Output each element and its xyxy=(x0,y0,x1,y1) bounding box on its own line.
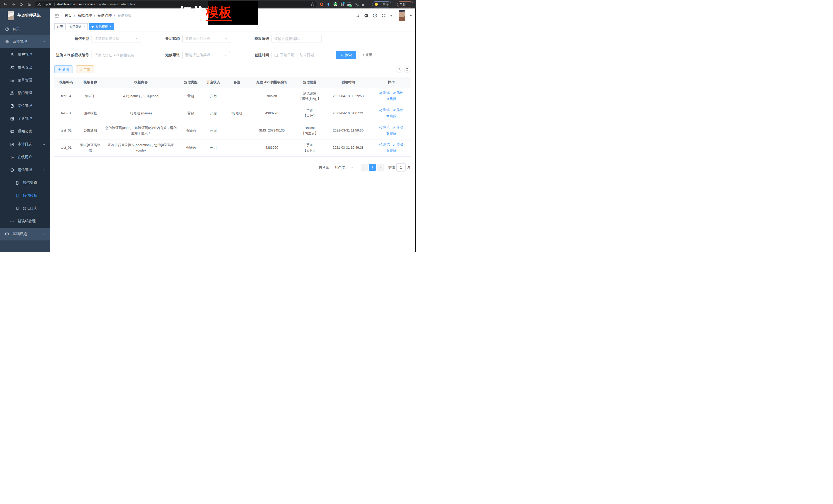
export-button[interactable]: 导出 xyxy=(76,65,94,73)
breadcrumb-sms[interactable]: 短信管理 xyxy=(97,13,117,18)
date-range-picker[interactable]: 开始日期 - 结束日期 xyxy=(271,51,333,59)
test-link[interactable]: 测试 xyxy=(379,107,390,113)
browser-menu-icon[interactable] xyxy=(407,2,411,6)
home-icon[interactable] xyxy=(27,2,31,6)
caret-down-icon[interactable] xyxy=(410,15,412,17)
forward-icon[interactable] xyxy=(11,2,16,6)
calendar-icon xyxy=(274,53,278,57)
github-icon[interactable] xyxy=(364,13,368,18)
sidebar-item-sms-channel[interactable]: 短信渠道 xyxy=(0,176,50,189)
ext-orange-ring-icon[interactable] xyxy=(320,3,323,6)
font-size-icon[interactable]: TT xyxy=(390,13,395,18)
breadcrumb: 首页 系统管理 短信管理 短信模板 xyxy=(65,13,136,18)
sidebar-item-error-code-mgmt[interactable]: </> 错误码管理 xyxy=(0,215,50,227)
sidebar-item-post-mgmt[interactable]: 岗位管理 xyxy=(0,99,50,112)
goto-page-input[interactable] xyxy=(396,163,406,171)
ext-paused-pill[interactable]: 已暂停 xyxy=(372,1,391,7)
sidebar-item-label: 短信管理 xyxy=(18,168,32,172)
browser-update-pill[interactable]: 更新 xyxy=(397,1,413,7)
template-code-input[interactable] xyxy=(271,34,322,43)
add-button[interactable]: 新增 xyxy=(54,65,73,73)
sidebar-item-sms-log[interactable]: 短信日志 xyxy=(0,202,50,215)
channel-select[interactable]: 请选择短信渠道 xyxy=(182,51,230,59)
sidebar-item-notice-mgmt[interactable]: 通知公告 xyxy=(0,125,50,138)
bookmark-star-icon[interactable] xyxy=(310,2,314,6)
api-template-id-input[interactable] xyxy=(92,51,141,59)
delete-link[interactable]: 删除 xyxy=(386,131,397,136)
tab-sms-template[interactable]: 短信模板 xyxy=(89,23,114,30)
current-page[interactable]: 1 xyxy=(369,164,376,171)
sidebar-item-online-users[interactable]: (A) 在线用户 xyxy=(0,151,50,164)
test-link[interactable]: 测试 xyxy=(379,142,390,147)
filter-row-1: 短信类型 请选择短信类型 开启状态 请选择开启状态 模板编码 xyxy=(54,34,410,43)
gauge-icon xyxy=(5,27,9,31)
search-icon[interactable] xyxy=(355,13,360,18)
trash-icon xyxy=(386,115,389,118)
ext-gem-icon[interactable] xyxy=(327,3,330,6)
download-icon xyxy=(79,68,82,71)
end-date-placeholder[interactable]: 结束日期 xyxy=(300,53,314,57)
test-link[interactable]: 测试 xyxy=(379,90,390,96)
sidebar-item-system-mgmt[interactable]: 系统管理 xyxy=(0,35,50,48)
ext-y-icon[interactable]: y xyxy=(334,2,337,6)
ext-user-search-icon[interactable] xyxy=(355,3,358,6)
security-label: 不安全 xyxy=(43,2,52,6)
status-select[interactable]: 请选择开启状态 xyxy=(182,34,230,43)
search-button[interactable]: 搜索 xyxy=(336,51,356,59)
test-link[interactable]: 测试 xyxy=(379,125,390,130)
sidebar-item-audit-log[interactable]: 审计日志 xyxy=(0,138,50,151)
edit-link[interactable]: 修改 xyxy=(393,107,403,113)
app-logo[interactable]: 芋道管理系统 xyxy=(0,8,50,23)
user-avatar[interactable] xyxy=(399,10,405,21)
tab-home[interactable]: 首页 xyxy=(54,23,66,30)
menu-tree-icon xyxy=(10,78,14,82)
sidebar-item-user-mgmt[interactable]: 用户管理 xyxy=(0,48,50,61)
security-chip[interactable]: 不安全 xyxy=(38,2,52,6)
sidebar-item-dept-mgmt[interactable]: 部门管理 xyxy=(0,87,50,99)
logo-avatar xyxy=(8,11,14,20)
chevron-down-icon xyxy=(224,54,227,56)
edit-link[interactable]: 修改 xyxy=(393,142,403,147)
share-icon xyxy=(379,126,382,129)
back-icon[interactable] xyxy=(3,2,7,6)
chevron-down-icon xyxy=(43,144,45,145)
sidebar-item-infrastructure[interactable]: 基础设施 xyxy=(0,227,50,240)
collapse-sidebar-icon[interactable] xyxy=(54,14,59,18)
refresh-button[interactable] xyxy=(404,66,410,73)
sidebar: 芋道管理系统 首页 系统管理 用户管理 角色管理 菜单管理 部门管理 岗位管理 xyxy=(0,8,50,252)
delete-link[interactable]: 删除 xyxy=(386,96,397,102)
next-page-button[interactable] xyxy=(377,164,384,171)
sidebar-item-sms-template[interactable]: 短信模板 xyxy=(0,189,50,202)
sidebar-item-role-mgmt[interactable]: 角色管理 xyxy=(0,61,50,74)
fullscreen-icon[interactable] xyxy=(381,13,386,18)
close-icon[interactable] xyxy=(110,25,111,28)
delete-link[interactable]: 删除 xyxy=(386,114,397,119)
sidebar-item-dict-mgmt[interactable]: 字典管理 xyxy=(0,112,50,125)
delete-link[interactable]: 删除 xyxy=(386,148,397,153)
sidebar-item-menu-mgmt[interactable]: 菜单管理 xyxy=(0,74,50,87)
search-toggle-button[interactable] xyxy=(396,66,403,73)
reset-button[interactable]: 重置 xyxy=(358,51,375,59)
reload-icon[interactable] xyxy=(19,2,23,6)
table-row: test_02 公告通知 您的验证码{code}，该验证码5分钟内有效，请勿泄漏… xyxy=(54,122,411,139)
start-date-placeholder[interactable]: 开始日期 xyxy=(280,53,294,57)
prev-page-button[interactable] xyxy=(361,164,368,171)
sidebar-item-home[interactable]: 首页 xyxy=(0,23,50,35)
page-size-select[interactable]: 10条/页 xyxy=(332,164,356,171)
page-url[interactable]: dashboard.yudao.iocoder.cn/system/sms/sm… xyxy=(57,3,135,6)
address-bar[interactable]: 不安全 dashboard.yudao.iocoder.cn/system/sm… xyxy=(35,1,317,7)
sidebar-item-label: 通知公告 xyxy=(18,129,32,134)
extensions-puzzle-icon[interactable] xyxy=(361,3,365,6)
edit-link[interactable]: 修改 xyxy=(393,90,403,96)
breadcrumb-system[interactable]: 系统管理 xyxy=(77,13,97,18)
sms-type-select[interactable]: 请选择短信类型 xyxy=(92,34,141,43)
template-code-label: 模板编码 xyxy=(230,37,269,41)
help-icon[interactable]: ? xyxy=(373,13,377,18)
breadcrumb-home[interactable]: 首页 xyxy=(65,13,77,18)
ext-list-icon[interactable]: on xyxy=(348,3,351,6)
tab-sms-channel[interactable]: 短信渠道 xyxy=(67,23,88,30)
ext-grid-icon[interactable] xyxy=(341,3,344,6)
edit-link[interactable]: 修改 xyxy=(393,125,403,130)
close-icon[interactable] xyxy=(83,25,85,28)
sidebar-item-sms-mgmt[interactable]: 短信管理 xyxy=(0,164,50,176)
